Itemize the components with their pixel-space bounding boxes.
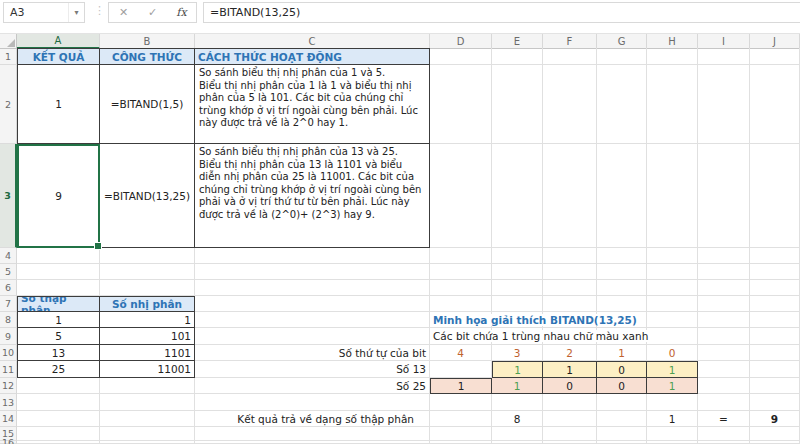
cell-J5[interactable] (750, 264, 800, 280)
row-header-9[interactable]: 9 (0, 328, 17, 345)
formula-input[interactable]: =BITAND(13,25) (203, 2, 800, 23)
cell-I9[interactable] (698, 328, 750, 345)
cell-G3[interactable] (597, 144, 647, 248)
cell-B13[interactable] (100, 394, 195, 411)
column-header-B[interactable]: B (100, 34, 195, 49)
cell-I12[interactable] (698, 378, 750, 394)
cell-J1[interactable] (750, 48, 800, 65)
cell-H9[interactable] (647, 328, 698, 345)
cell-G12[interactable]: 0 (597, 378, 647, 394)
column-header-E[interactable]: E (492, 34, 543, 49)
row-header-2[interactable]: 2 (0, 65, 17, 144)
cell-J15[interactable] (750, 427, 800, 441)
cell-B2[interactable]: =BITAND(1,5) (100, 65, 195, 144)
cell-H10[interactable]: 0 (647, 345, 698, 361)
cell-B5[interactable] (100, 264, 195, 280)
cell-G2[interactable] (597, 65, 647, 144)
cell-C13[interactable] (195, 394, 430, 411)
cell-J3[interactable] (750, 144, 800, 248)
cell-F7[interactable] (543, 296, 597, 312)
cell-H14[interactable]: 1 (647, 411, 698, 427)
cell-C15[interactable] (195, 427, 430, 441)
cell-A5[interactable] (17, 264, 100, 280)
select-all-corner[interactable] (0, 34, 17, 49)
cell-H8[interactable] (647, 312, 698, 328)
cell-H1[interactable] (647, 48, 698, 65)
cell-E11[interactable]: 1 (492, 361, 543, 378)
cell-G7[interactable] (597, 296, 647, 312)
cell-J11[interactable] (750, 361, 800, 378)
cell-B4[interactable] (100, 248, 195, 264)
cell-G11[interactable]: 0 (597, 361, 647, 378)
cell-A11[interactable]: 25 (17, 361, 100, 378)
cell-F13[interactable] (543, 394, 597, 411)
cell-C1[interactable]: CÁCH THỨC HOẠT ĐỘNG (195, 48, 430, 65)
cell-D14[interactable] (430, 411, 492, 427)
cell-A9[interactable]: 5 (17, 328, 100, 345)
cell-B6[interactable] (100, 280, 195, 296)
cell-H6[interactable] (647, 280, 698, 296)
cell-D15[interactable] (430, 427, 492, 441)
cell-H15[interactable] (647, 427, 698, 441)
cell-G15[interactable] (597, 427, 647, 441)
cell-I6[interactable] (698, 280, 750, 296)
cell-C9[interactable] (195, 328, 430, 345)
cell-H5[interactable] (647, 264, 698, 280)
cell-A13[interactable] (17, 394, 100, 411)
cell-C12[interactable]: Số 25 (195, 378, 430, 394)
cell-I2[interactable] (698, 65, 750, 144)
cell-B8[interactable]: 1 (100, 312, 195, 328)
cell-J7[interactable] (750, 296, 800, 312)
cell-A2[interactable]: 1 (17, 65, 100, 144)
cell-F10[interactable]: 2 (543, 345, 597, 361)
cell-C2[interactable]: So sánh biểu thị nhị phân của 1 và 5. Bi… (195, 65, 430, 144)
row-header-10[interactable]: 10 (0, 345, 17, 361)
cell-D13[interactable] (430, 394, 492, 411)
cell-G6[interactable] (597, 280, 647, 296)
cell-D3[interactable] (430, 144, 492, 248)
column-header-C[interactable]: C (195, 34, 430, 49)
row-header-8[interactable]: 8 (0, 312, 17, 328)
cell-E10[interactable]: 3 (492, 345, 543, 361)
cell-E12[interactable]: 1 (492, 378, 543, 394)
cell-I11[interactable] (698, 361, 750, 378)
row-header-13[interactable]: 13 (0, 394, 17, 411)
cell-D11[interactable] (430, 361, 492, 378)
cell-J10[interactable] (750, 345, 800, 361)
cell-B15[interactable] (100, 427, 195, 441)
column-header-G[interactable]: G (597, 34, 647, 49)
cell-B11[interactable]: 11001 (100, 361, 195, 378)
cell-G4[interactable] (597, 248, 647, 264)
cell-F6[interactable] (543, 280, 597, 296)
cell-E15[interactable] (492, 427, 543, 441)
cell-H7[interactable] (647, 296, 698, 312)
cell-G14[interactable] (597, 411, 647, 427)
cell-E1[interactable] (492, 48, 543, 65)
cell-E2[interactable] (492, 65, 543, 144)
cell-H4[interactable] (647, 248, 698, 264)
cell-E14[interactable]: 8 (492, 411, 543, 427)
cell-A3[interactable]: 9 (17, 144, 100, 248)
cell-J13[interactable] (750, 394, 800, 411)
cell-F15[interactable] (543, 427, 597, 441)
cell-D5[interactable] (430, 264, 492, 280)
cell-B14[interactable] (100, 411, 195, 427)
cell-J8[interactable] (750, 312, 800, 328)
column-header-I[interactable]: I (698, 34, 750, 49)
cell-A14[interactable] (17, 411, 100, 427)
cell-I14[interactable]: = (698, 411, 750, 427)
cell-H3[interactable] (647, 144, 698, 248)
cell-A12[interactable] (17, 378, 100, 394)
column-header-D[interactable]: D (430, 34, 492, 49)
cell-A7[interactable]: Số thập phân (17, 296, 100, 312)
cancel-icon[interactable]: ✕ (109, 3, 138, 22)
cell-C10[interactable]: Số thứ tự của bit (195, 345, 430, 361)
cell-F3[interactable] (543, 144, 597, 248)
cell-D6[interactable] (430, 280, 492, 296)
cell-H12[interactable]: 1 (647, 378, 698, 394)
chevron-down-icon[interactable]: ▾ (68, 3, 84, 22)
cell-G1[interactable] (597, 48, 647, 65)
cell-F12[interactable]: 0 (543, 378, 597, 394)
fill-handle[interactable] (94, 242, 102, 250)
cell-B9[interactable]: 101 (100, 328, 195, 345)
